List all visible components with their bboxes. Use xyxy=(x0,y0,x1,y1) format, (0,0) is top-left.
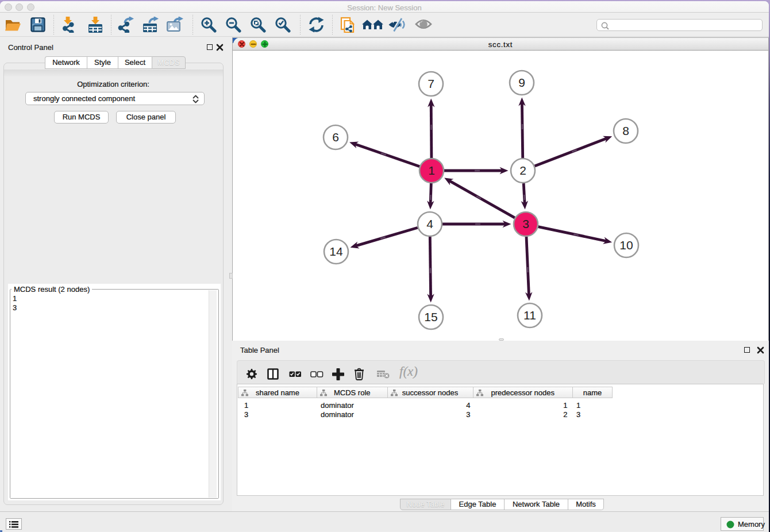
svg-text:7: 7 xyxy=(428,77,434,90)
svg-text:4: 4 xyxy=(426,217,433,230)
svg-text:11: 11 xyxy=(523,309,536,322)
svg-text:6: 6 xyxy=(332,130,339,144)
svg-text:1: 1 xyxy=(428,164,435,177)
svg-text:3: 3 xyxy=(522,217,529,230)
svg-text:14: 14 xyxy=(329,245,343,258)
svg-text:2: 2 xyxy=(519,164,526,177)
svg-text:9: 9 xyxy=(518,76,525,89)
svg-text:8: 8 xyxy=(622,124,629,137)
svg-text:15: 15 xyxy=(424,310,437,323)
svg-text:10: 10 xyxy=(619,238,633,252)
